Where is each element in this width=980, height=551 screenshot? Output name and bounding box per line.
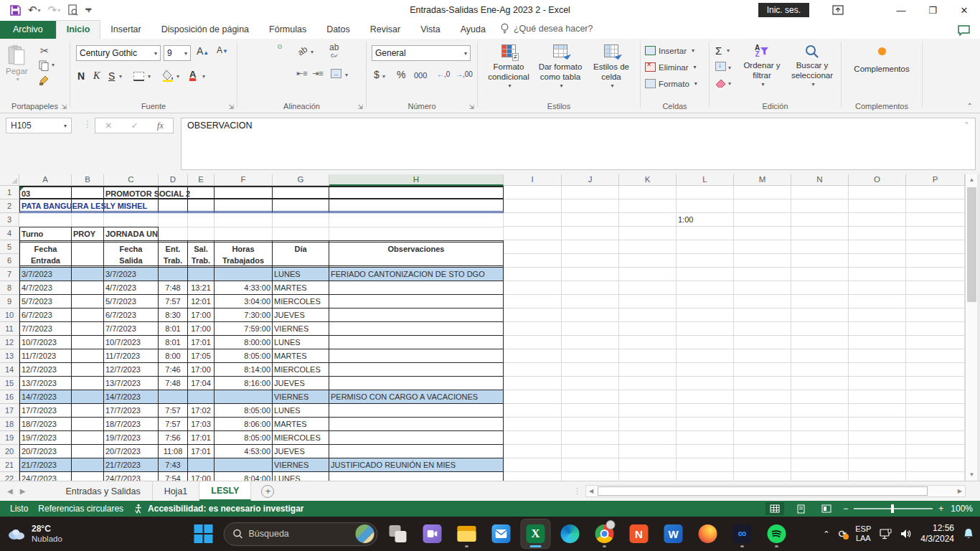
cell-D20[interactable]: 11:08 (159, 445, 188, 458)
cell-E7[interactable] (188, 268, 215, 281)
cell-I17[interactable] (504, 404, 562, 418)
percent-icon[interactable]: % (397, 69, 405, 80)
clear-dropdown[interactable]: ▾ (728, 80, 731, 87)
cell-D3[interactable] (159, 213, 188, 227)
cell-I5[interactable] (504, 240, 562, 254)
cell-O19[interactable] (849, 431, 906, 445)
cell-M4[interactable] (734, 227, 791, 240)
cell-F4[interactable] (215, 227, 273, 240)
cell-L8[interactable] (677, 281, 734, 295)
cell-A18[interactable]: 18/7/2023 (19, 418, 72, 431)
cell-P17[interactable] (906, 404, 965, 418)
borders-dropdown[interactable]: ▾ (148, 73, 151, 80)
cell-E5[interactable]: Sal. (188, 240, 215, 254)
column-header-G[interactable]: G (273, 174, 329, 186)
chat-taskbar-icon[interactable] (418, 519, 447, 548)
cell-B6[interactable] (72, 254, 104, 268)
cell-N9[interactable] (791, 295, 849, 309)
cell-O2[interactable] (849, 199, 906, 213)
cell-G8[interactable]: MARTES (273, 281, 329, 295)
cell-D12[interactable]: 8:01 (159, 336, 188, 349)
zoom-in-button[interactable]: + (938, 504, 943, 514)
tell-me-hint[interactable]: ¿Qué desea hacer? (514, 24, 593, 34)
cell-M5[interactable] (734, 240, 791, 254)
cell-D19[interactable]: 7:56 (159, 431, 188, 445)
column-header-H[interactable]: H (329, 174, 504, 186)
cell-I20[interactable] (504, 445, 562, 458)
scroll-up-arrow[interactable]: ▲ (966, 174, 978, 186)
cell-P20[interactable] (906, 445, 965, 458)
cell-B4[interactable]: PROY (72, 227, 104, 240)
cell-L12[interactable] (677, 336, 734, 349)
zoom-level[interactable]: 100% (951, 504, 973, 514)
copy-icon[interactable] (39, 60, 49, 71)
cell-N21[interactable] (791, 458, 849, 472)
cell-H4[interactable] (329, 227, 504, 240)
cell-H12[interactable] (329, 336, 504, 349)
cell-H22[interactable] (329, 472, 504, 481)
word-taskbar-icon[interactable]: W (659, 519, 688, 548)
cell-G20[interactable]: JUEVES (273, 445, 329, 458)
cell-I18[interactable] (504, 418, 562, 431)
circular-references-status[interactable]: Referencias circulares (38, 504, 123, 514)
decrease-decimal-icon[interactable]: →,00 (456, 70, 473, 78)
cell-M7[interactable] (734, 268, 791, 281)
cell-G16[interactable]: VIERNES (273, 390, 329, 404)
cell-N5[interactable] (791, 240, 849, 254)
row-header-3[interactable]: 3 (0, 213, 19, 227)
cell-E12[interactable]: 17:01 (188, 336, 215, 349)
cell-H18[interactable] (329, 418, 504, 431)
cell-B5[interactable] (72, 240, 104, 254)
cell-O16[interactable] (849, 390, 906, 404)
cell-O6[interactable] (849, 254, 906, 268)
cell-L4[interactable] (677, 227, 734, 240)
cell-H16[interactable]: PERMISO CON CARGO A VACACIONES (329, 390, 504, 404)
cell-J13[interactable] (562, 349, 619, 363)
cell-M22[interactable] (734, 472, 791, 481)
cell-A11[interactable]: 7/7/2023 (19, 322, 72, 336)
cell-E20[interactable]: 17:01 (188, 445, 215, 458)
cell-A12[interactable]: 10/7/2023 (19, 336, 72, 349)
cell-L21[interactable] (677, 458, 734, 472)
insert-cells-button[interactable]: Insertar▾ (645, 46, 694, 55)
cell-B14[interactable] (72, 363, 104, 377)
row-header-20[interactable]: 20 (0, 445, 19, 458)
cell-F18[interactable]: 8:06:00 (215, 418, 273, 431)
cell-B15[interactable] (72, 377, 104, 390)
cell-K4[interactable] (619, 227, 677, 240)
sort-filter-button[interactable]: AZ Ordenar y filtrar▾ (740, 44, 784, 88)
cell-C15[interactable]: 13/7/2023 (104, 377, 159, 390)
cell-A5[interactable]: Fecha (19, 240, 72, 254)
cell-M8[interactable] (734, 281, 791, 295)
cell-K21[interactable] (619, 458, 677, 472)
cell-N17[interactable] (791, 404, 849, 418)
column-header-I[interactable]: I (504, 174, 562, 186)
cell-N11[interactable] (791, 322, 849, 336)
cell-B20[interactable] (72, 445, 104, 458)
cell-C5[interactable]: Fecha (104, 240, 159, 254)
cell-M13[interactable] (734, 349, 791, 363)
cell-D21[interactable]: 7:43 (159, 458, 188, 472)
cell-O3[interactable] (849, 213, 906, 227)
cell-G3[interactable] (273, 213, 329, 227)
cell-C1[interactable]: PROMOTOR SOCIAL 2 (104, 186, 159, 199)
cell-L20[interactable] (677, 445, 734, 458)
search-highlight-image[interactable] (356, 524, 374, 543)
cell-L5[interactable] (677, 240, 734, 254)
edge-taskbar-icon[interactable] (556, 519, 585, 548)
search-box[interactable]: Búsqueda (224, 522, 378, 546)
cell-K10[interactable] (619, 309, 677, 322)
cell-F3[interactable] (215, 213, 273, 227)
cell-K19[interactable] (619, 431, 677, 445)
cell-C8[interactable]: 4/7/2023 (104, 281, 159, 295)
cell-D16[interactable] (159, 390, 188, 404)
cell-C13[interactable]: 11/7/2023 (104, 349, 159, 363)
cell-C9[interactable]: 5/7/2023 (104, 295, 159, 309)
autosum-icon[interactable]: Σ (715, 44, 722, 57)
row-header-10[interactable]: 10 (0, 309, 19, 322)
cell-K12[interactable] (619, 336, 677, 349)
cell-F8[interactable]: 4:33:00 (215, 281, 273, 295)
cell-M2[interactable] (734, 199, 791, 213)
column-header-C[interactable]: C (104, 174, 159, 186)
cell-M1[interactable] (734, 186, 791, 199)
